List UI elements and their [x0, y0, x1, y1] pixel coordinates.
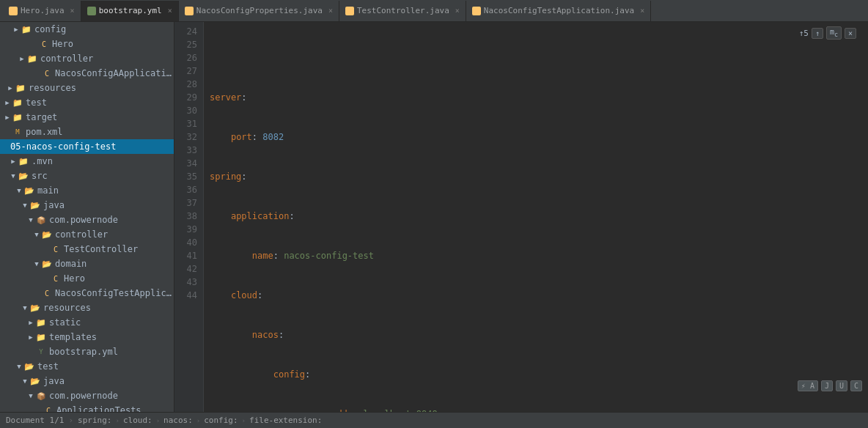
breadcrumb-arrow: ›	[115, 417, 119, 424]
sidebar-item-label: controller	[55, 229, 108, 240]
folder-icon: 📂	[29, 375, 41, 387]
editor-area: ↑5 ↑ mc × 24 25 26 27 28 29 30 31 32 33 …	[174, 22, 868, 412]
sidebar-item-label: com.powernode	[49, 391, 118, 401]
sidebar-item-label: TestController	[64, 244, 138, 254]
expand-button[interactable]: ↑	[812, 28, 823, 39]
tab-label: Hero.java	[21, 6, 65, 15]
code-line-30: cloud:	[210, 289, 868, 302]
code-line-33: server-addr: localhost:8848	[210, 407, 868, 412]
folder-icon: 📂	[41, 229, 53, 240]
line-number: 36	[174, 183, 203, 196]
sidebar-item-templates[interactable]: ▶ 📁 templates	[0, 330, 174, 344]
class-icon: C	[41, 287, 53, 299]
status-bar: Document 1/1 › spring: › cloud: › nacos:…	[0, 412, 868, 428]
tab-label: NacosConfigTestApplication.java	[484, 6, 634, 15]
breadcrumb-config: config:	[204, 416, 238, 425]
tab-hero-java[interactable]: Hero.java ×	[3, 1, 81, 21]
tab-close[interactable]: ×	[640, 7, 644, 15]
sidebar-item-test[interactable]: ▶ 📁 test	[0, 95, 174, 110]
sidebar-item-label: config	[34, 24, 66, 34]
sidebar-item-resources[interactable]: ▶ 📁 resources	[0, 81, 174, 95]
sidebar-item-static[interactable]: ▶ 📁 static	[0, 315, 174, 330]
sidebar-item-label: src	[32, 171, 48, 181]
sidebar-item-java[interactable]: ▼ 📂 java	[0, 198, 174, 213]
sidebar-item-nacos-test-app[interactable]: C NacosConfigTestApplication	[0, 286, 174, 300]
sidebar-item-app-tests[interactable]: C ApplicationTests	[0, 403, 174, 412]
code-line-31: nacos:	[210, 328, 868, 342]
sidebar-item-test2[interactable]: ▼ 📂 test	[0, 359, 174, 374]
sidebar[interactable]: ▶ 📁 config C Hero ▶ 📁 controller C Nacos…	[0, 22, 174, 412]
sidebar-item-java2[interactable]: ▼ 📂 java	[0, 374, 174, 388]
sidebar-item-05-nacos[interactable]: 05-nacos-config-test	[0, 139, 174, 154]
sidebar-item-label: Hero	[52, 39, 73, 49]
line-number: 29	[174, 91, 203, 104]
tab-nacos-test-app[interactable]: NacosConfigTestApplication.java ×	[466, 1, 651, 21]
arrow-icon: ▼	[21, 377, 29, 385]
code-line-24	[210, 51, 868, 64]
sidebar-item-main[interactable]: ▼ 📂 main	[0, 183, 174, 198]
line-number: 25	[174, 38, 203, 51]
line-number: 39	[174, 223, 203, 236]
sidebar-item-label: .mvn	[32, 156, 53, 166]
tab-close[interactable]: ×	[168, 7, 172, 15]
sidebar-item-bootstrap-yml[interactable]: Y bootstrap.yml	[0, 344, 174, 359]
sidebar-item-label: bootstrap.yml	[49, 347, 118, 357]
tab-close[interactable]: ×	[70, 7, 75, 15]
tab-bar: Hero.java × bootstrap.yml × NacosConfigP…	[0, 0, 868, 22]
sidebar-item-controller[interactable]: ▶ 📁 controller	[0, 51, 174, 66]
sidebar-item-label: NacosConfigTestApplication	[55, 288, 174, 298]
sidebar-item-label: pom.xml	[26, 127, 63, 137]
tab-bootstrap-yml[interactable]: bootstrap.yml ×	[81, 1, 179, 21]
tab-label: bootstrap.yml	[99, 6, 162, 15]
line-number: 43	[174, 276, 203, 289]
class-icon: C	[50, 243, 62, 255]
sidebar-item-src[interactable]: ▼ 📂 src	[0, 169, 174, 183]
sidebar-item-hero2[interactable]: C Hero	[0, 271, 174, 286]
sidebar-item-label: java	[43, 376, 65, 386]
sidebar-item-controller2[interactable]: ▼ 📂 controller	[0, 227, 174, 242]
line-number: 33	[174, 144, 203, 157]
sidebar-item-label: Hero	[64, 273, 85, 284]
line-number: 42	[174, 262, 203, 276]
arrow-icon: ▼	[32, 231, 41, 238]
sidebar-item-nacos-config-app[interactable]: C NacosConfigAApplication	[0, 66, 174, 81]
gutter-close-button[interactable]: ×	[845, 28, 856, 39]
code-line-28: application:	[210, 210, 868, 223]
document-position: Document 1/1	[6, 416, 64, 425]
sidebar-item-domain[interactable]: ▼ 📂 domain	[0, 257, 174, 271]
gutter-settings-button[interactable]: mc	[826, 26, 842, 40]
sidebar-item-label: domain	[55, 259, 87, 269]
sidebar-item-label: test	[37, 361, 59, 372]
sidebar-item-config[interactable]: ▶ 📁 config	[0, 22, 174, 37]
arrow-icon: ▶	[3, 99, 12, 106]
sidebar-item-label: NacosConfigAApplication	[55, 68, 174, 78]
status-badge-1: ⚡ A	[798, 380, 818, 391]
folder-icon: 📂	[29, 199, 41, 211]
tab-test-controller[interactable]: TestController.java ×	[339, 1, 466, 21]
sidebar-item-label: test	[26, 97, 47, 108]
sidebar-item-com-powernode2[interactable]: ▼ 📦 com.powernode	[0, 388, 174, 403]
code-line-25: server:	[210, 91, 868, 104]
folder-icon: 📁	[18, 155, 29, 167]
sidebar-item-pom-xml-1[interactable]: M pom.xml	[0, 125, 174, 139]
tab-nacos-props[interactable]: NacosConfigProperties.java ×	[179, 1, 339, 21]
sidebar-item-test-controller[interactable]: C TestController	[0, 242, 174, 257]
code-content[interactable]: server: port: 8082 spring: application: …	[204, 22, 868, 412]
tab-close[interactable]: ×	[455, 7, 460, 15]
arrow-icon: ▼	[26, 216, 35, 224]
sidebar-item-com-powernode[interactable]: ▼ 📦 com.powernode	[0, 213, 174, 227]
package-icon: 📦	[35, 390, 47, 402]
code-line-29: name: nacos-config-test	[210, 249, 868, 262]
sidebar-item-hero[interactable]: C Hero	[0, 37, 174, 51]
bottom-right-panel: ⚡ A J U C	[798, 380, 862, 391]
tab-close[interactable]: ×	[328, 7, 333, 15]
folder-icon: 📂	[23, 185, 35, 196]
status-badge-2: J	[821, 380, 833, 391]
code-view[interactable]: 24 25 26 27 28 29 30 31 32 33 34 35 36 3…	[174, 22, 868, 412]
sidebar-item-mvn[interactable]: ▶ 📁 .mvn	[0, 154, 174, 169]
sidebar-item-target[interactable]: ▶ 📁 target	[0, 110, 174, 125]
package-icon: 📦	[35, 214, 47, 226]
sidebar-item-label: java	[43, 200, 65, 210]
sidebar-item-resources2[interactable]: ▼ 📂 resources	[0, 300, 174, 315]
breadcrumb-arrow: ›	[242, 417, 246, 424]
